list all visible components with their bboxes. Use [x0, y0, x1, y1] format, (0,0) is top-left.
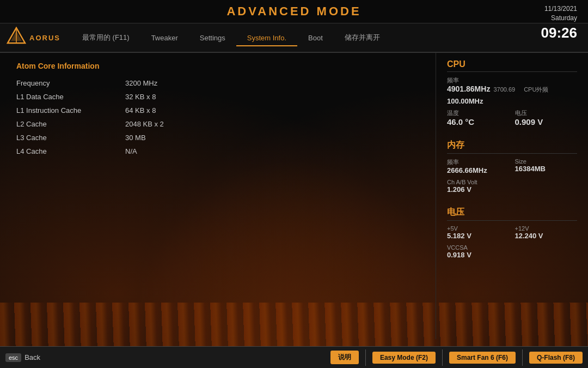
header: ADVANCED MODE 11/13/2021 Saturday 09:26 — [0, 0, 588, 23]
qflash-button[interactable]: Q-Flash (F8) — [529, 352, 583, 364]
date-text: 11/13/2021 Saturday — [544, 5, 577, 22]
tab-settings[interactable]: Settings — [189, 31, 236, 46]
atom-core-table: Frequency 3200 MHz L1 Data Cache 32 KB x… — [16, 79, 419, 155]
advanced-mode-title: ADVANCED MODE — [226, 4, 361, 19]
table-row: Frequency 3200 MHz — [16, 79, 419, 87]
tab-frequently[interactable]: 最常用的 (F11) — [71, 29, 140, 47]
bottom-right: 说明 Easy Mode (F2) Smart Fan 6 (F6) Q-Fla… — [330, 349, 583, 366]
mem-size-label: Size — [515, 158, 578, 165]
divider — [365, 349, 366, 366]
cpu-volt-label: 电压 — [515, 109, 578, 117]
mem-freq-label: 频率 — [447, 158, 510, 166]
l2-value: 2048 KB x 2 — [125, 120, 164, 128]
l1d-value: 32 KB x 8 — [125, 93, 156, 101]
freq-value: 3200 MHz — [125, 79, 157, 87]
l2-label: L2 Cache — [16, 120, 125, 128]
cpu-ext-freq-value: 100.00MHz — [447, 97, 483, 105]
bottom-bar: esc Back 说明 Easy Mode (F2) Smart Fan 6 (… — [0, 346, 588, 368]
bottom-left: esc Back — [5, 353, 40, 362]
mem-ch-volt-value: 1.206 V — [447, 185, 577, 194]
esc-badge[interactable]: esc — [5, 353, 21, 362]
v5-value: 5.182 V — [447, 232, 510, 240]
cpu-freq-label: 频率 — [447, 76, 577, 85]
cpu-bclk-value: 3700.69 — [493, 86, 515, 93]
mem-ch-volt-label: Ch A/B Volt — [447, 179, 577, 185]
cpu-ext-freq-label: CPU外频 — [524, 86, 548, 94]
vccsa-value: 0.918 V — [447, 251, 577, 259]
logo-text: AORUS — [29, 34, 60, 42]
l4-value: N/A — [125, 147, 137, 155]
v12-value: 12.240 V — [515, 232, 578, 240]
cpu-temp-label: 温度 — [447, 109, 510, 117]
memory-widget-title: 内存 — [447, 140, 577, 154]
cpu-volt-value: 0.909 V — [515, 117, 578, 126]
table-row: L3 Cache 30 MB — [16, 134, 419, 142]
voltage-widget-title: 电压 — [447, 207, 577, 221]
cpu-freq-value: 4901.86MHz — [447, 85, 490, 93]
logo-area: AORUS — [5, 27, 60, 49]
divider — [522, 349, 523, 366]
l1i-label: L1 Instruction Cache — [16, 106, 125, 114]
time-text: 09:26 — [541, 23, 578, 43]
table-row: L4 Cache N/A — [16, 147, 419, 155]
vccsa-label: VCCSA — [447, 244, 577, 251]
tab-sysinfo[interactable]: System Info. — [236, 31, 297, 46]
back-label: Back — [24, 353, 40, 361]
l4-label: L4 Cache — [16, 147, 125, 155]
l1d-label: L1 Data Cache — [16, 93, 125, 101]
cpu-widget-title: CPU — [447, 59, 577, 72]
datetime-display: 11/13/2021 Saturday 09:26 — [541, 4, 578, 43]
tab-tweaker[interactable]: Tweaker — [140, 31, 189, 46]
v12-label: +12V — [515, 225, 578, 232]
main-content: Atom Core Information Frequency 3200 MHz… — [0, 53, 588, 339]
right-panel: CPU 频率 4901.86MHz 3700.69 CPU外频 100.00MH… — [436, 53, 588, 339]
easy-mode-button[interactable]: Easy Mode (F2) — [372, 352, 436, 364]
tab-save[interactable]: 储存并离开 — [334, 29, 391, 47]
smart-fan-button[interactable]: Smart Fan 6 (F6) — [449, 352, 516, 364]
table-row: L2 Cache 2048 KB x 2 — [16, 120, 419, 128]
cpu-widget: CPU 频率 4901.86MHz 3700.69 CPU外频 100.00MH… — [447, 59, 577, 126]
table-row: L1 Instruction Cache 64 KB x 8 — [16, 106, 419, 114]
cpu-temp-value: 46.0 °C — [447, 117, 510, 126]
aorus-logo-icon — [5, 27, 27, 49]
navbar: AORUS 最常用的 (F11) Tweaker Settings System… — [0, 23, 588, 53]
left-panel: Atom Core Information Frequency 3200 MHz… — [0, 53, 436, 339]
memory-widget: 内存 频率 2666.66MHz Size 16384MB Ch A/B Vol… — [447, 140, 577, 194]
mem-size-value: 16384MB — [515, 165, 578, 173]
l3-value: 30 MB — [125, 134, 146, 142]
table-row: L1 Data Cache 32 KB x 8 — [16, 93, 419, 101]
l3-label: L3 Cache — [16, 134, 125, 142]
v5-label: +5V — [447, 225, 510, 232]
explain-button[interactable]: 说明 — [330, 351, 359, 364]
freq-label: Frequency — [16, 79, 125, 87]
mem-freq-value: 2666.66MHz — [447, 166, 510, 174]
l1i-value: 64 KB x 8 — [125, 106, 156, 114]
voltage-widget: 电压 +5V 5.182 V +12V 12.240 V VCCSA 0.918… — [447, 207, 577, 259]
atom-core-title: Atom Core Information — [16, 62, 419, 70]
tab-boot[interactable]: Boot — [297, 31, 334, 46]
divider — [442, 349, 443, 366]
